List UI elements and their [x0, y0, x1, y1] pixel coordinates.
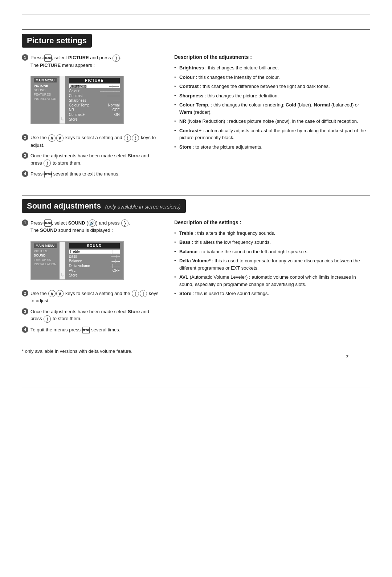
sound-desc-balance: Balance : to balance the sound on the le…	[174, 247, 370, 257]
sound-left-arrow-icon: 〈	[132, 290, 139, 297]
right-arrow-icon: 〉	[113, 55, 120, 62]
sound-menu-arrow-connector: ↳	[60, 242, 65, 279]
menu-button-icon: MENU	[44, 55, 52, 62]
sound-menu-row-delta: Delta volume ---|--------	[69, 264, 120, 268]
sound-step-1: 1 Press MENU, select SOUND (🔊) and press…	[22, 219, 160, 234]
sidebar-item-features: FEATURES	[34, 93, 57, 96]
sound-menu-row-bass: Bass ------|----	[69, 254, 120, 258]
down-arrow-icon: ∨	[56, 134, 64, 142]
sound-step-3: 3 Once the adjustments have been made se…	[22, 308, 160, 323]
desc-item-colour-temp: Colour Temp. : this changes the colour r…	[174, 101, 370, 117]
sidebar-item-sound: SOUND	[34, 88, 57, 92]
sound-sidebar-sound: SOUND	[34, 254, 57, 257]
menu-main-title: PICTURE	[69, 78, 120, 83]
menu-row-brightness: Brightness ---|--------	[69, 84, 120, 88]
sound-adjustments-subtitle: (only available in stereo versions)	[105, 204, 181, 210]
right-arrow-icon3: 〉	[44, 160, 51, 167]
left-arrow-icon: 〈	[124, 134, 131, 142]
sound-step-1-circle: 1	[22, 219, 28, 226]
sound-desc-store: Store : this is used to store sound sett…	[174, 289, 370, 299]
sound-desc-avl: AVL (Automatic Volume Leveler) : automat…	[174, 273, 370, 289]
sound-down-arrow-icon: ∨	[56, 290, 64, 297]
sound-sidebar-features: FEATURES	[34, 258, 57, 262]
sound-desc-list: Treble : this alters the high frequency …	[174, 229, 370, 299]
picture-left-col: 1 Press MENU, select PICTURE and press 〉…	[22, 54, 160, 182]
sound-adjustments-section: Sound adjustments (only available in ste…	[22, 195, 370, 354]
menu-row-store: Store	[69, 117, 120, 121]
picture-menu-mockup: MAIN MENU PICTURE SOUND FEATURES INSTALL…	[30, 76, 124, 124]
step-4-circle: 4	[22, 170, 28, 177]
sound-menu-sidebar: MAIN MENU PICTURE SOUND FEATURES INSTALL…	[31, 242, 60, 279]
menu-sidebar: MAIN MENU PICTURE SOUND FEATURES INSTALL…	[31, 76, 60, 124]
sound-step-2: 2 Use the ∧∨ keys to select a setting an…	[22, 290, 160, 304]
menu-row-nr: NR OFF	[69, 108, 120, 112]
picture-settings-section: Picture settings 1 Press MENU, select PI…	[22, 29, 370, 182]
right-arrow-icon2: 〉	[132, 134, 139, 142]
step-3-circle: 3	[22, 152, 28, 159]
picture-step-1: 1 Press MENU, select PICTURE and press 〉…	[22, 54, 160, 69]
picture-step-2: 2 Use the ∧∨ keys to select a setting an…	[22, 134, 160, 149]
sound-desc-bass: Bass : this alters the low frequency sou…	[174, 238, 370, 247]
sound-footnote: * only available in versions with delta …	[22, 348, 370, 354]
menu-row-colour: Colour ——————	[69, 89, 120, 93]
desc-item-nr: NR (Noise Reduction) : reduces picture n…	[174, 117, 370, 126]
desc-item-contrast: Contrast : this changes the difference b…	[174, 82, 370, 92]
picture-settings-header: Picture settings	[22, 34, 92, 48]
sound-menu-icon2: MENU	[82, 327, 90, 334]
sidebar-item-picture: PICTURE	[34, 84, 57, 88]
sound-right-arrow-icon2: 〉	[140, 290, 147, 297]
speaker-icon: 🔊	[89, 219, 96, 227]
sound-step-4: 4 To quit the menus press MENU several t…	[22, 326, 160, 334]
sound-right-col: Description of the settings : Treble : t…	[174, 219, 370, 338]
sound-menu-mockup: MAIN MENU PICTURE SOUND FEATURES INSTALL…	[30, 241, 124, 280]
desc-item-brightness: Brightness : this changes the picture br…	[174, 64, 370, 73]
menu-button-icon2: MENU	[44, 171, 52, 178]
menu-row-sharpness: Sharpness ——	[69, 98, 120, 102]
sound-right-arrow-icon3: 〉	[44, 315, 51, 323]
sound-step-2-circle: 2	[22, 290, 28, 296]
sound-desc-delta: Delta Volume* : this is used to compensa…	[174, 257, 370, 273]
sidebar-title: MAIN MENU	[34, 78, 57, 82]
sound-desc-title: Description of the settings :	[174, 219, 370, 225]
sound-up-arrow-icon: ∧	[48, 290, 56, 297]
picture-step-4: 4 Press MENU several times to exit the m…	[22, 170, 160, 178]
desc-item-contrast-plus: Contrast+ : automatically adjusts contra…	[174, 126, 370, 143]
menu-arrow-connector: ↳	[60, 76, 65, 124]
menu-row-contrast: Contrast ————	[69, 94, 120, 98]
sound-sidebar-picture: PICTURE	[34, 249, 57, 253]
up-arrow-icon: ∧	[48, 134, 56, 142]
picture-step-3: 3 Once the adjustments have been made se…	[22, 152, 160, 167]
sound-menu-main-title: SOUND	[69, 243, 120, 249]
sound-right-arrow-icon: 〉	[121, 219, 128, 227]
picture-right-col: Description of the adjustments : Brightn…	[174, 54, 370, 182]
sound-adjustments-title: Sound adjustments	[27, 201, 101, 210]
sound-step-4-circle: 4	[22, 326, 28, 333]
page-number: 7	[0, 354, 348, 359]
picture-desc-title: Description of the adjustments :	[174, 54, 370, 60]
sound-sidebar-installation: INSTALLATION	[34, 262, 57, 266]
sound-adjustments-header: Sound adjustments (only available in ste…	[22, 199, 186, 213]
menu-row-contrast-plus: Contrast+ ON	[69, 113, 120, 117]
desc-item-sharpness: Sharpness : this changes the picture def…	[174, 92, 370, 101]
sound-menu-row-avl: AVL OFF	[69, 269, 120, 273]
sound-menu-row-treble: Treble ---|--------	[69, 250, 120, 254]
sound-sidebar-title: MAIN MENU	[34, 243, 57, 248]
step-2-circle: 2	[22, 134, 28, 141]
sidebar-item-installation: INSTALLATION	[34, 97, 57, 101]
sound-menu-row-store: Store	[69, 273, 120, 277]
desc-item-store: Store : to store the picture adjustments…	[174, 143, 370, 152]
sound-step-3-circle: 3	[22, 308, 28, 315]
step-1-circle: 1	[22, 54, 28, 61]
sound-left-col: 1 Press MENU, select SOUND (🔊) and press…	[22, 219, 160, 338]
sound-menu-icon: MENU	[44, 219, 52, 227]
picture-settings-title: Picture settings	[27, 36, 87, 45]
menu-main-panel: PICTURE Brightness ---|-------- Colour —…	[65, 76, 123, 124]
desc-item-colour: Colour : this changes the intensity of t…	[174, 73, 370, 82]
sound-menu-main-panel: SOUND Treble ---|-------- Bass ------|--…	[65, 242, 123, 279]
picture-desc-list: Brightness : this changes the picture br…	[174, 64, 370, 152]
sound-menu-row-balance: Balance ----|-----	[69, 259, 120, 263]
sound-desc-treble: Treble : this alters the high frequency …	[174, 229, 370, 238]
menu-row-colour-temp: Colour Temp. Normal	[69, 103, 120, 107]
